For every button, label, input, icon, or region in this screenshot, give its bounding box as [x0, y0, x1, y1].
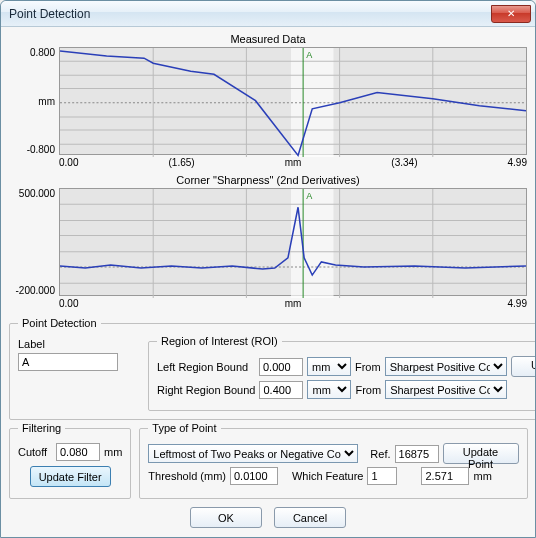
- group-legend: Type of Point: [148, 422, 220, 434]
- threshold-input[interactable]: [230, 467, 278, 485]
- point-detection-group: Point Detection Label Region of Interest…: [9, 317, 535, 420]
- label-label: Label: [18, 338, 52, 350]
- label-input[interactable]: [18, 353, 118, 371]
- ref-label: Ref.: [370, 448, 390, 460]
- cutoff-unit: mm: [104, 446, 122, 458]
- right-unit-select[interactable]: mm: [307, 380, 351, 399]
- right-anchor-select[interactable]: Sharpest Positive Co: [385, 380, 507, 399]
- svg-rect-13: [291, 189, 334, 298]
- dialog-content: Measured Data 0.800 mm -0.800: [1, 27, 535, 537]
- from-label: From: [355, 384, 381, 396]
- chart-canvas: A: [59, 188, 527, 296]
- y-tick-hi: 500.000: [19, 188, 55, 199]
- group-legend: Filtering: [18, 422, 65, 434]
- x-label: mm: [285, 157, 302, 168]
- group-legend: Region of Interest (ROI): [157, 335, 282, 347]
- y-tick-lo: -0.800: [27, 144, 55, 155]
- y-label: mm: [38, 96, 55, 107]
- right-bound-input[interactable]: [259, 381, 303, 399]
- left-bound-input[interactable]: [259, 358, 303, 376]
- ok-button[interactable]: OK: [190, 507, 262, 528]
- which-feature-label: Which Feature: [292, 470, 364, 482]
- y-axis: 0.800 mm -0.800: [9, 47, 59, 155]
- window-title: Point Detection: [9, 7, 491, 21]
- y-tick-hi: 0.800: [30, 47, 55, 58]
- chart-canvas: A: [59, 47, 527, 155]
- update-roi-button[interactable]: Update ROI: [511, 356, 535, 377]
- titlebar: Point Detection ✕: [1, 1, 535, 27]
- result-unit: mm: [473, 470, 491, 482]
- update-point-button[interactable]: Update Point: [443, 443, 519, 464]
- update-filter-button[interactable]: Update Filter: [30, 466, 111, 487]
- threshold-label: Threshold (mm): [148, 470, 226, 482]
- close-icon: ✕: [507, 8, 515, 19]
- group-legend: Point Detection: [18, 317, 101, 329]
- chart-title: Measured Data: [9, 33, 527, 45]
- x-tick: 0.00: [59, 157, 78, 168]
- close-button[interactable]: ✕: [491, 5, 531, 23]
- marker-label: A: [306, 50, 313, 60]
- left-bound-label: Left Region Bound: [157, 361, 255, 373]
- y-tick-lo: -200.000: [16, 285, 55, 296]
- measured-data-chart: Measured Data 0.800 mm -0.800: [9, 33, 527, 168]
- point-type-select[interactable]: Leftmost of Two Peaks or Negative Corner…: [148, 444, 358, 463]
- cutoff-input[interactable]: [56, 443, 100, 461]
- cutoff-label: Cutoff: [18, 446, 52, 458]
- from-label: From: [355, 361, 381, 373]
- dialog-buttons: OK Cancel: [9, 507, 527, 528]
- x-label: mm: [285, 298, 302, 309]
- filtering-group: Filtering Cutoff mm Update Filter: [9, 422, 131, 499]
- left-unit-select[interactable]: mm: [307, 357, 351, 376]
- sharpness-chart: Corner "Sharpness" (2nd Derivatives) 500…: [9, 174, 527, 309]
- y-axis: 500.000 -200.000: [9, 188, 59, 296]
- roi-group: Region of Interest (ROI) Left Region Bou…: [148, 335, 535, 411]
- x-tick: (3.34): [391, 157, 417, 168]
- x-tick: (1.65): [169, 157, 195, 168]
- type-of-point-group: Type of Point Leftmost of Two Peaks or N…: [139, 422, 527, 499]
- x-tick: 0.00: [59, 298, 78, 309]
- x-tick: 4.99: [508, 298, 527, 309]
- marker-label: A: [306, 191, 313, 201]
- ref-input[interactable]: [395, 445, 439, 463]
- cancel-button[interactable]: Cancel: [274, 507, 346, 528]
- dialog-window: Point Detection ✕ Measured Data 0.800 mm…: [0, 0, 536, 538]
- left-anchor-select[interactable]: Sharpest Positive Co: [385, 357, 507, 376]
- which-feature-input[interactable]: [367, 467, 397, 485]
- x-tick: 4.99: [508, 157, 527, 168]
- chart-title: Corner "Sharpness" (2nd Derivatives): [9, 174, 527, 186]
- right-bound-label: Right Region Bound: [157, 384, 255, 396]
- result-value: [421, 467, 469, 485]
